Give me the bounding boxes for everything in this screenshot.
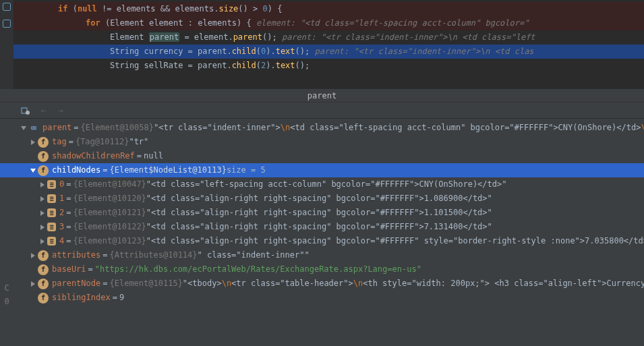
field-icon: f xyxy=(38,250,49,261)
array-item-icon: ≡ xyxy=(47,237,56,246)
array-item-icon: ≡ xyxy=(47,180,56,189)
field-icon: f xyxy=(38,279,49,289)
field-icon: f xyxy=(38,137,49,148)
array-item-icon: ≡ xyxy=(47,194,56,203)
variable-row[interactable]: fparentNode = {Element@10115} "<tbody> \… xyxy=(0,277,644,291)
nav-forward-icon[interactable]: → xyxy=(55,105,66,116)
variable-row[interactable]: ≡2 = {Element@10121} "<td class="align-r… xyxy=(0,206,644,220)
field-icon: f xyxy=(38,151,49,162)
array-item-icon: ≡ xyxy=(47,208,56,217)
breakpoint-icon[interactable] xyxy=(3,20,11,28)
debug-tab-bar: parent xyxy=(0,89,644,103)
inline-hint: element: "<td class="left-spacing acct-c… xyxy=(256,18,529,28)
field-icon: f xyxy=(38,264,49,275)
inline-hint: parent: "<tr class="indent-inner">\n <td… xyxy=(282,32,535,42)
highlighted-var: parent xyxy=(149,32,179,42)
nav-back-icon[interactable]: ← xyxy=(38,105,49,116)
variable-row[interactable]: ≡4 = {Element@10123} "<td class="align-r… xyxy=(0,234,644,248)
code-line-current[interactable]: String currency = parent.child(0).text()… xyxy=(0,45,644,59)
code-line[interactable]: Element parent = element.parent(); paren… xyxy=(0,30,644,45)
field-icon: f xyxy=(38,293,49,304)
code-editor[interactable]: if (null != elements && elements.size() … xyxy=(0,0,644,89)
debug-toolbar: ← → xyxy=(0,103,644,119)
inline-hint: parent: "<tr class="indent-inner">\n <td… xyxy=(314,47,533,56)
breakpoint-icon[interactable] xyxy=(3,3,11,11)
glasses-icon: ∞ xyxy=(28,123,39,134)
variable-row-selected[interactable]: fchildNodes = {Element$NodeList@10113} s… xyxy=(0,163,644,177)
array-item-icon: ≡ xyxy=(47,223,56,231)
settings-icon[interactable] xyxy=(20,105,31,116)
svg-point-1 xyxy=(26,111,30,115)
code-line[interactable]: if (null != elements && elements.size() … xyxy=(0,2,644,16)
variable-row[interactable]: fattributes = {Attributes@10114} " class… xyxy=(0,248,644,262)
variable-row[interactable]: fsiblingIndex = 9 xyxy=(0,291,644,305)
variable-row[interactable]: fbaseUri = "https://hk.dbs.com/ecPortalW… xyxy=(0,262,644,277)
left-gutter-label: C 0 xyxy=(0,283,13,306)
variable-row[interactable]: ≡0 = {Element@10047} "<td class="left-sp… xyxy=(0,177,644,192)
code-line[interactable]: for (Element element : elements) { eleme… xyxy=(0,16,644,30)
variable-row[interactable]: ≡3 = {Element@10122} "<td class="align-r… xyxy=(0,220,644,234)
field-icon: f xyxy=(38,165,49,176)
variable-row[interactable]: ≡1 = {Element@10120} "<td class="align-r… xyxy=(0,192,644,206)
debug-tab-label[interactable]: parent xyxy=(308,91,336,100)
variable-row[interactable]: fshadowChildrenRef = null xyxy=(0,149,644,163)
variable-row[interactable]: ftag = {Tag@10112} "tr" xyxy=(0,135,644,149)
variables-panel[interactable]: ∞parent = {Element@10058} "<tr class="in… xyxy=(0,119,644,346)
variable-row-root[interactable]: ∞parent = {Element@10058} "<tr class="in… xyxy=(0,121,644,135)
code-line[interactable]: String sellRate = parent.child(2).text()… xyxy=(0,59,644,73)
